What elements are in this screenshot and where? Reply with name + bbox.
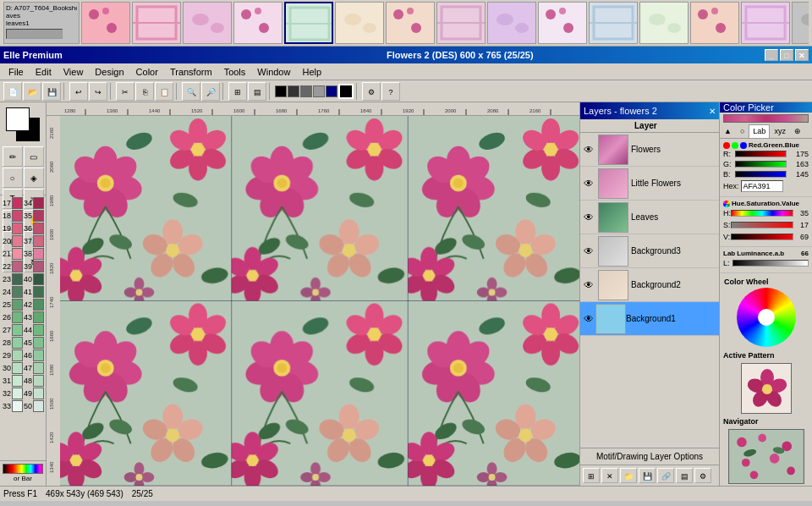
swatch-color-2[interactable] [33,388,44,399]
swatch-color-2[interactable] [33,337,44,349]
thumbnail-item-13[interactable] [690,2,739,44]
swatch-color-1[interactable] [12,273,23,285]
thumbnail-item-10[interactable] [538,2,587,44]
swatch-color-2[interactable] [33,197,44,209]
thumbnail-item-1[interactable] [81,2,130,44]
pencil-tool[interactable]: ✏ [3,146,23,167]
swatch-color-2[interactable] [33,349,44,361]
menu-help[interactable]: Help [297,65,326,79]
tb-grid[interactable]: ⊞ [228,82,247,101]
thumbnail-item-11[interactable] [589,2,638,44]
swatch-color-2[interactable] [33,311,44,323]
swatch-color-1[interactable] [12,197,23,209]
tb-new[interactable]: 📄 [3,82,22,101]
thumbnail-item-7[interactable] [386,2,435,44]
layer-row-4[interactable]: 👁 Background2 [580,268,719,302]
layer-row-3[interactable]: 👁 Background3 [580,234,719,268]
thumbnail-item-3[interactable] [183,2,232,44]
tb-settings[interactable]: ⚙ [362,82,381,101]
tb-cut[interactable]: ✂ [116,82,134,101]
select-tool[interactable]: ◈ [24,168,44,188]
tb-open[interactable]: 📂 [23,82,41,101]
tb-color-gray[interactable] [300,85,312,97]
thumbnail-item-14[interactable] [741,2,790,44]
swatch-color-2[interactable] [33,362,44,374]
swatch-color-1[interactable] [12,261,23,272]
swatch-color-1[interactable] [12,375,23,387]
hex-input[interactable] [741,180,783,192]
swatch-color-2[interactable] [33,286,44,298]
g-slider[interactable] [735,161,787,168]
swatch-color-1[interactable] [12,388,23,399]
cp-tab-cross[interactable]: ⊕ [790,124,805,138]
tb-color-dark[interactable] [288,85,299,97]
menu-window[interactable]: Window [252,65,295,79]
thumbnail-item-6[interactable] [335,2,384,44]
layer-row-1[interactable]: 👁 Little Flowers [580,167,719,201]
menu-file[interactable]: File [3,65,29,79]
menu-transform[interactable]: Transform [165,65,217,79]
layer-eye-4[interactable]: 👁 [582,279,595,291]
foreground-color[interactable] [6,107,30,131]
swatch-color-2[interactable] [33,299,44,311]
swatch-color-2[interactable] [33,400,44,412]
swatch-color-2[interactable] [33,235,44,247]
ellipse-tool[interactable]: ○ [3,168,23,188]
tb-color-active[interactable] [338,84,354,99]
r-slider[interactable] [735,151,787,157]
tb-layers[interactable]: ▤ [248,82,266,101]
tb-save[interactable]: 💾 [42,82,61,101]
rect-tool[interactable]: ▭ [24,146,44,167]
swatch-color-1[interactable] [12,299,23,311]
cp-tab-triangle[interactable]: ▲ [720,124,736,138]
color-gradient-bar[interactable] [3,464,43,474]
tb-zoom-in[interactable]: 🔍 [182,82,200,101]
tb-color-navy[interactable] [326,85,337,97]
tb-color-ltgray[interactable] [313,85,325,97]
thumbnail-item-5[interactable] [284,2,333,44]
color-selector[interactable] [6,107,40,141]
swatch-color-1[interactable] [12,223,23,234]
swatch-color-2[interactable] [33,248,44,260]
canvas-content[interactable] [60,116,579,486]
tb-color-black[interactable] [275,85,287,97]
menu-tools[interactable]: Tools [219,65,251,79]
layer-options-btn[interactable]: ⚙ [694,468,711,483]
maximize-button[interactable]: □ [780,49,793,61]
layer-row-5[interactable]: 👁 Background1 [580,302,719,336]
lum-slider[interactable] [732,260,809,267]
layer-link-btn[interactable]: 🔗 [657,468,674,483]
tb-help[interactable]: ? [381,82,400,101]
layer-eye-5[interactable]: 👁 [582,313,595,325]
swatch-color-1[interactable] [12,349,23,361]
swatch-color-1[interactable] [12,235,23,247]
thumbnail-item-12[interactable] [639,2,689,44]
minimize-button[interactable]: _ [765,49,778,61]
close-button[interactable]: ✕ [795,49,809,61]
layer-new-btn[interactable]: ⊞ [583,468,600,483]
tb-redo[interactable]: ↪ [89,82,107,101]
swatch-color-2[interactable] [33,324,44,336]
layer-save-btn[interactable]: 💾 [639,468,656,483]
swatch-color-2[interactable] [33,261,44,272]
menu-edit[interactable]: Edit [30,65,57,79]
swatch-color-1[interactable] [12,248,23,260]
thumbnail-item-2[interactable] [132,2,181,44]
swatch-color-1[interactable] [12,324,23,336]
layer-eye-1[interactable]: 👁 [582,178,595,190]
v-slider[interactable] [731,234,794,240]
swatch-color-2[interactable] [33,273,44,285]
tb-zoom-out[interactable]: 🔎 [201,82,220,101]
cp-tab-circle[interactable]: ○ [736,124,749,138]
menu-design[interactable]: Design [90,65,129,79]
layer-row-0[interactable]: 👁 Flowers [580,133,719,167]
h-slider[interactable] [731,210,793,217]
layer-delete-btn[interactable]: ✕ [601,468,618,483]
menu-color[interactable]: Color [131,65,163,79]
layer-eye-0[interactable]: 👁 [582,144,595,156]
cp-tab-lab[interactable]: Lab [749,124,770,138]
layer-merge-btn[interactable]: ▤ [676,468,693,483]
b-slider[interactable] [735,171,787,178]
navigator-box[interactable] [728,429,804,484]
swatch-color-2[interactable] [33,375,44,387]
